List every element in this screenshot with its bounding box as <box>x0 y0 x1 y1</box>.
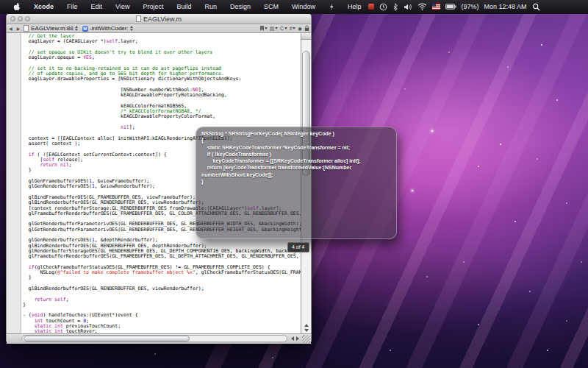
desktop: XcodeFileEditViewProjectBuildRunDesignSC… <box>0 0 588 368</box>
menu-bar: XcodeFileEditViewProjectBuildRunDesignSC… <box>0 0 588 14</box>
scroll-up-arrow[interactable] <box>304 324 309 327</box>
scroll-right-arrow[interactable] <box>296 336 299 341</box>
menu-item-project[interactable]: Project <box>136 0 170 13</box>
popup-code-line: { <box>201 137 391 144</box>
horizontal-scroll-thumb[interactable] <box>24 336 190 342</box>
menu-item-xcode[interactable]: Xcode <box>27 0 60 13</box>
menu-item-help[interactable]: Help <box>341 0 368 13</box>
wifi-icon[interactable] <box>417 3 427 10</box>
file-stepper[interactable] <box>75 26 78 31</box>
red-app-icon[interactable] <box>368 4 374 10</box>
popup-code-line: return [keyCodeTransformer transformedVa… <box>201 164 391 171</box>
horizontal-scrollbar[interactable] <box>21 335 287 342</box>
forward-button[interactable]: ▶ <box>15 26 23 31</box>
script-menu-icon[interactable] <box>322 3 341 11</box>
menu-left: XcodeFileEditViewProjectBuildRunDesignSC… <box>0 0 368 13</box>
menu-item-run[interactable]: Run <box>198 0 223 13</box>
bluetooth-icon[interactable] <box>392 3 398 11</box>
code-line: eaglLayer.drawableProperties = [NSDictio… <box>23 77 301 82</box>
battery-icon[interactable] <box>445 4 456 10</box>
method-icon: M <box>82 26 88 32</box>
popup-code: NSString * SRStringForKeyCode( NSInteger… <box>201 130 391 185</box>
input-flag-icon[interactable] <box>432 4 440 10</box>
code-sense-popup[interactable]: NSString * SRStringForKeyCode( NSInteger… <box>196 127 397 239</box>
time-machine-icon[interactable] <box>379 3 387 11</box>
counterparts-menu-button[interactable]: C <box>280 26 287 31</box>
menu-item-view[interactable]: View <box>109 0 136 13</box>
code-line: return self; <box>23 297 301 302</box>
apple-icon[interactable] <box>6 2 27 12</box>
popup-code-line: NSString * SRStringForKeyCode( NSInteger… <box>201 130 391 137</box>
wallpaper-stars <box>431 130 433 132</box>
completion-count-badge: 4 of 4 <box>287 242 309 252</box>
title-bar[interactable]: EAGLView.m <box>7 14 311 24</box>
menu-item-scm[interactable]: SCM <box>257 0 285 13</box>
code-line: glBindRenderbufferOES(GL_RENDERBUFFER_OE… <box>23 286 301 291</box>
popup-code-line: static SRKeyCodeTransformer *keyCodeTran… <box>201 144 391 151</box>
code-line: } <box>23 275 301 280</box>
code-line: } <box>23 302 301 308</box>
popup-code-line: numberWithShort:keyCode]]; <box>201 171 391 178</box>
volume-icon[interactable] <box>404 3 412 11</box>
menu-item-edit[interactable]: Edit <box>85 0 110 13</box>
code-line: eaglLayer = (CAEAGLLayer *)self.layer; <box>23 39 301 44</box>
file-icon <box>24 25 29 32</box>
battery-percentage: (97%) <box>462 3 479 10</box>
bottom-bar <box>7 333 311 344</box>
navbar-right-buttons: C # ◉ <box>260 25 309 32</box>
breakpoints-menu-button[interactable]: # <box>290 26 296 31</box>
code-line: kEAGLDrawablePropertyColorFormat, <box>23 114 301 119</box>
window-title-area: EAGLView.m <box>7 15 311 23</box>
back-button[interactable]: ◀ <box>7 26 15 31</box>
code-line: kEAGLDrawablePropertyRetainedBacking, <box>23 93 301 98</box>
resize-grip[interactable] <box>302 335 310 343</box>
popup-code-line: if ( !keyCodeTransformer ) <box>201 151 391 158</box>
class-browser-menu-button[interactable] <box>270 26 278 31</box>
popup-code-line: } <box>201 178 391 185</box>
menu-clock[interactable]: Mon 12:48 AM <box>484 3 527 10</box>
lock-icon[interactable] <box>304 25 309 32</box>
gutter[interactable] <box>7 33 21 333</box>
scroll-down-arrow[interactable] <box>304 329 309 332</box>
bookmarks-menu-button[interactable] <box>260 26 268 31</box>
code-line: NSLog(@"failed to make complete framebuf… <box>23 270 301 275</box>
menu-item-file[interactable]: File <box>60 0 85 13</box>
included-files-button[interactable]: ◉ <box>298 26 302 32</box>
function-popup-menu[interactable]: -initWithCoder: <box>90 25 129 32</box>
window-title: EAGLView.m <box>143 15 182 23</box>
horizontal-scroll-arrows <box>291 336 299 341</box>
navigation-bar: ◀ ▶ EAGLView.m:88 M -initWithCoder: C # … <box>7 24 311 33</box>
code-line: glFramebufferRenderbufferOES(GL_FRAMEBUF… <box>23 254 301 259</box>
split-pane-widget[interactable] <box>301 33 311 40</box>
menu-item-build[interactable]: Build <box>170 0 198 13</box>
document-icon <box>136 15 141 22</box>
code-line: eaglLayer.opaque = YES; <box>23 55 301 60</box>
menu-item-window[interactable]: Window <box>285 0 322 13</box>
vertical-scroll-arrows <box>301 324 311 332</box>
menu-items: XcodeFileEditViewProjectBuildRunDesignSC… <box>27 0 322 13</box>
menu-item-design[interactable]: Design <box>223 0 257 13</box>
function-stepper[interactable] <box>130 26 133 31</box>
popup-code-line: keyCodeTransformer = [[SRKeyCodeTransfor… <box>201 158 391 164</box>
spotlight-icon[interactable] <box>532 3 540 11</box>
file-history-menu[interactable]: EAGLView.m:88 <box>31 25 74 32</box>
menu-status-area: (97%) Mon 12:48 AM <box>368 3 588 11</box>
scroll-left-arrow[interactable] <box>291 336 294 341</box>
